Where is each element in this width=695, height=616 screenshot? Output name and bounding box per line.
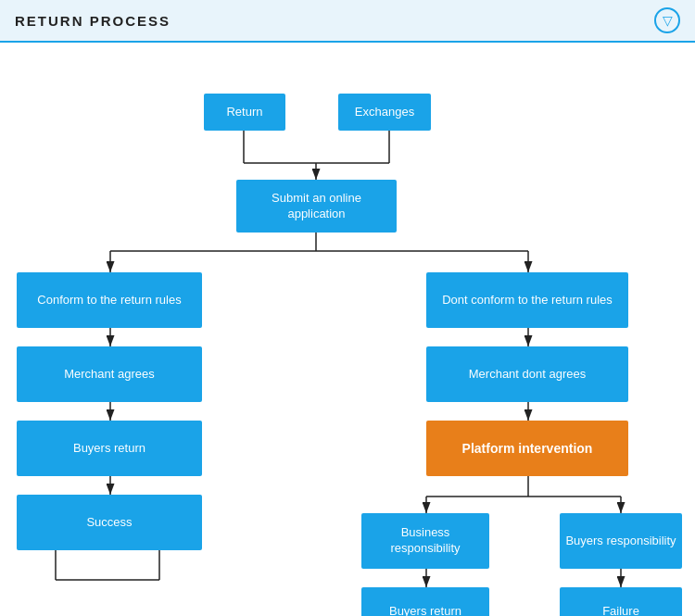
- node-failure: Failure: [560, 587, 682, 616]
- dropdown-icon[interactable]: ▽: [654, 7, 680, 33]
- node-buyers-return-mid: Buyers return: [361, 587, 489, 616]
- node-merchant-dont: Merchant dont agrees: [426, 346, 628, 402]
- header: RETURN PROCESS ▽: [0, 0, 695, 43]
- node-platform: Platform intervention: [426, 421, 628, 476]
- node-return: Return: [204, 94, 285, 131]
- node-business-resp: Business responsibility: [361, 513, 489, 569]
- node-dont-conform: Dont conform to the return rules: [426, 272, 628, 328]
- node-submit: Submit an online application: [236, 180, 397, 233]
- node-buyers-return-left: Buyers return: [17, 421, 202, 476]
- node-buyers-resp: Buyers responsibility: [560, 513, 682, 569]
- node-success: Success: [17, 495, 202, 550]
- header-title: RETURN PROCESS: [15, 13, 171, 29]
- node-exchanges: Exchanges: [338, 94, 431, 131]
- diagram: Return Exchanges Submit an online applic…: [0, 43, 695, 616]
- node-conform: Conform to the return rules: [17, 272, 202, 328]
- node-merchant-agrees: Merchant agrees: [17, 346, 202, 402]
